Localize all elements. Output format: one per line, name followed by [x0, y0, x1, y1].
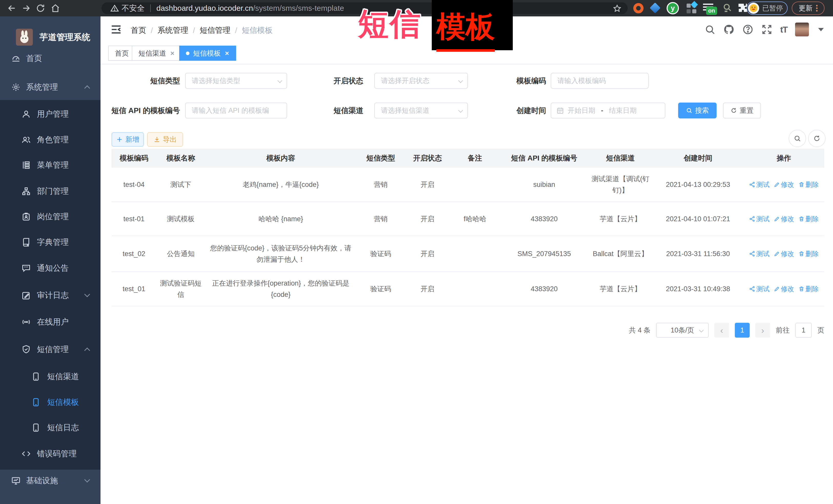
reset-button[interactable]: 重置: [723, 102, 761, 118]
sidebar-item-posts[interactable]: 岗位管理: [0, 204, 100, 230]
search-icon[interactable]: [704, 24, 716, 35]
extension-gem-icon[interactable]: [651, 4, 662, 15]
sidebar-item-online-users[interactable]: 在线用户: [0, 309, 100, 335]
test-link[interactable]: 测试: [749, 213, 770, 224]
page-1-button[interactable]: 1: [735, 323, 750, 338]
extension-magnifier-icon[interactable]: [722, 3, 733, 13]
breadcrumb-system[interactable]: 系统管理: [158, 25, 188, 35]
edit-link[interactable]: 修改: [774, 283, 794, 294]
tab-sms-channel[interactable]: 短信渠道: [132, 46, 182, 61]
sidebar-item-menus[interactable]: 菜单管理: [0, 152, 100, 178]
browser-update-button[interactable]: 更新: [792, 2, 825, 15]
download-icon: [153, 136, 160, 143]
org-tree-icon: [22, 187, 31, 196]
avatar-dropdown-caret-icon[interactable]: [818, 28, 824, 31]
end-date-placeholder[interactable]: 结束日期: [609, 106, 637, 115]
extension-y-circle-icon[interactable]: y: [667, 2, 677, 13]
browser-menu-kebab-icon[interactable]: [816, 4, 817, 13]
font-size-icon[interactable]: tT: [780, 25, 787, 34]
sidebar-item-users[interactable]: 用户管理: [0, 101, 100, 127]
fullscreen-icon[interactable]: [761, 24, 772, 35]
goto-page-input[interactable]: [795, 323, 812, 338]
sidebar-item-dictionary[interactable]: 字典管理: [0, 230, 100, 255]
edit-link[interactable]: 修改: [774, 248, 794, 259]
edit-link[interactable]: 修改: [774, 213, 794, 224]
extension-list-on-icon[interactable]: on: [703, 3, 714, 14]
export-button[interactable]: 导出: [147, 132, 183, 147]
edit-icon: [774, 286, 780, 292]
calendar-icon: [556, 106, 564, 114]
test-link[interactable]: 测试: [749, 248, 770, 259]
help-icon[interactable]: [742, 24, 754, 35]
extension-orange-ring-icon[interactable]: [633, 3, 644, 14]
test-link[interactable]: 测试: [749, 179, 770, 190]
breadcrumb-sms[interactable]: 短信管理: [200, 25, 231, 35]
tab-sms-template[interactable]: 短信模板: [179, 46, 236, 61]
sidebar-item-departments[interactable]: 部门管理: [0, 178, 100, 204]
code-icon: [22, 449, 31, 458]
sidebar-item-announcements[interactable]: 通知公告: [0, 255, 100, 281]
sms-type-select[interactable]: [185, 73, 287, 89]
browser-profile-button[interactable]: 已暂停: [746, 2, 788, 15]
page-size-select[interactable]: 10条/页: [656, 323, 709, 338]
trash-icon: [799, 286, 805, 292]
delete-link[interactable]: 删除: [799, 179, 819, 190]
pagination: 共 4 条 10条/页 ‹ 1 › 前往 页: [629, 322, 824, 338]
date-range-picker[interactable]: 开始日期 - 结束日期: [551, 102, 665, 118]
edit-icon: [774, 251, 780, 257]
browser-reload-icon[interactable]: [35, 3, 46, 13]
channel-select[interactable]: [374, 102, 468, 118]
delete-link[interactable]: 删除: [799, 213, 819, 224]
caption-text-back: 模板: [436, 7, 495, 52]
sidebar-item-sms-log[interactable]: 短信日志: [0, 415, 100, 440]
user-icon: [22, 110, 31, 119]
table-row: test-01 测试模板 哈哈哈 {name} 营销 开启 f哈哈哈 43839…: [112, 202, 824, 236]
sidebar-item-sms-template[interactable]: 短信模板: [0, 389, 100, 415]
sidebar-item-error-codes[interactable]: 错误码管理: [0, 441, 100, 466]
delete-link[interactable]: 删除: [799, 248, 819, 259]
user-avatar[interactable]: [795, 23, 809, 37]
table-search-toggle-button[interactable]: [789, 130, 806, 147]
on-badge: on: [706, 7, 717, 15]
sidebar-item-sms-channel[interactable]: 短信渠道: [0, 364, 100, 389]
delete-link[interactable]: 删除: [799, 283, 819, 294]
sidebar-item-system[interactable]: 系统管理: [0, 74, 100, 100]
search-button[interactable]: 搜索: [678, 102, 717, 118]
browser-home-icon[interactable]: [50, 3, 61, 13]
next-page-button[interactable]: ›: [755, 323, 770, 338]
plus-icon: [116, 136, 123, 143]
sidebar-item-home[interactable]: 首页: [0, 46, 100, 71]
close-icon[interactable]: [170, 51, 175, 56]
browser-back-icon[interactable]: [7, 3, 17, 13]
sidebar-item-roles[interactable]: 角色管理: [0, 127, 100, 152]
breadcrumb-home[interactable]: 首页: [131, 25, 146, 35]
monitor-chart-icon: [11, 476, 21, 485]
sidebar: 芋道管理系统 首页 系统管理 用户管理 角色管理 菜单管理 部门管理 岗位管理 …: [0, 17, 100, 504]
sidebar-item-audit-log[interactable]: 审计日志: [0, 283, 100, 308]
bookmark-star-icon[interactable]: [613, 4, 621, 13]
start-date-placeholder[interactable]: 开始日期: [568, 106, 595, 115]
sidebar-collapse-icon[interactable]: [110, 24, 122, 35]
table-refresh-button[interactable]: [808, 130, 826, 147]
refresh-icon: [731, 107, 737, 114]
sidebar-item-sms[interactable]: 短信管理: [0, 337, 100, 362]
browser-forward-icon[interactable]: [21, 3, 31, 13]
sidebar-item-infrastructure[interactable]: 基础设施: [0, 468, 100, 494]
tab-home[interactable]: 首页: [108, 46, 135, 61]
github-icon[interactable]: [723, 24, 735, 35]
extension-grid-icon[interactable]: [687, 3, 697, 14]
api-template-id-input[interactable]: [185, 102, 287, 118]
add-button[interactable]: 新增: [112, 132, 144, 147]
edit-icon: [774, 216, 780, 222]
edit-link[interactable]: 修改: [774, 179, 794, 190]
users-icon: [22, 135, 31, 144]
template-code-label: 模板编码: [500, 73, 546, 89]
template-code-input[interactable]: [551, 73, 649, 89]
page-unit-label: 页: [817, 326, 824, 335]
test-link[interactable]: 测试: [749, 283, 770, 294]
chevron-down-icon: [699, 328, 704, 332]
status-select[interactable]: [374, 73, 468, 89]
close-icon[interactable]: [224, 51, 230, 56]
prev-page-button[interactable]: ‹: [714, 323, 729, 338]
url-path: /system/sms/sms-template: [253, 4, 344, 13]
